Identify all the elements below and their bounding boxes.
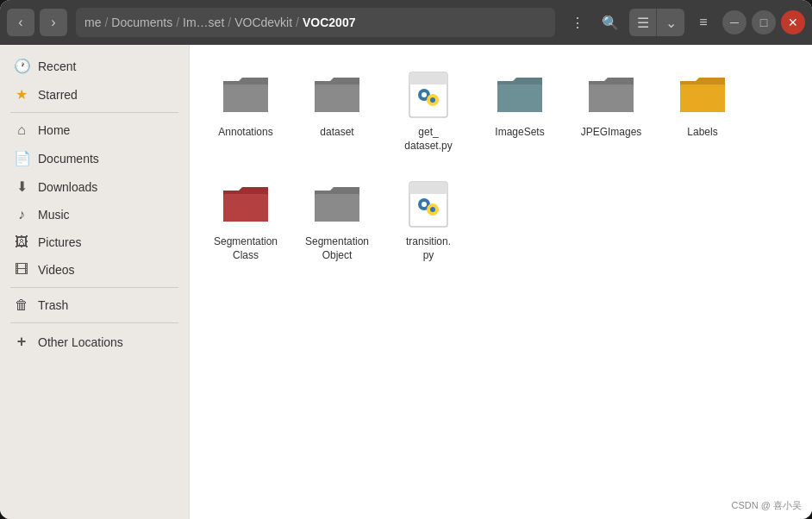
file-area: Annotations dataset (190, 45, 812, 519)
sidebar-item-starred[interactable]: ★ Starred (0, 80, 189, 109)
sidebar-item-videos[interactable]: 🎞 Videos (0, 256, 189, 284)
sidebar-item-downloads[interactable]: ⬇ Downloads (0, 172, 189, 201)
file-name: JPEGImages (581, 126, 642, 140)
file-name: Labels (687, 126, 717, 140)
music-icon: ♪ (14, 207, 29, 222)
grid-view-button[interactable]: ≡ (690, 9, 717, 36)
trash-icon: 🗑 (14, 297, 29, 313)
sidebar-item-music[interactable]: ♪ Music (0, 201, 189, 228)
python-icon (401, 177, 456, 232)
file-name: get_dataset.py (404, 126, 452, 153)
other-icon: + (14, 333, 29, 351)
svg-rect-11 (223, 194, 268, 222)
svg-rect-10 (680, 84, 725, 112)
folder-icon (218, 67, 273, 122)
minimize-button[interactable]: ─ (722, 10, 746, 34)
sidebar-item-other[interactable]: + Other Locations (0, 327, 189, 357)
list-item[interactable]: dataset (298, 62, 376, 145)
folder-icon (492, 67, 547, 122)
close-button[interactable]: ✕ (781, 10, 805, 34)
breadcrumb-vocdevkit[interactable]: VOCdevkit (234, 16, 292, 29)
svg-rect-1 (315, 84, 359, 112)
sidebar: 🕐 Recent ★ Starred ⌂ Home 📄 Documents (0, 45, 190, 519)
sidebar-label-pictures: Pictures (38, 235, 82, 249)
file-name: transition.py (406, 235, 451, 262)
svg-point-17 (422, 202, 427, 207)
file-name: dataset (320, 126, 353, 140)
sidebar-item-recent[interactable]: 🕐 Recent (0, 52, 189, 80)
file-name: SegmentationObject (303, 235, 371, 262)
list-item[interactable]: transition.py (390, 172, 467, 267)
main-area: 🕐 Recent ★ Starred ⌂ Home 📄 Documents (0, 45, 812, 519)
breadcrumb: me / Documents / Im…set / VOCdevkit / VO… (76, 8, 555, 37)
svg-rect-0 (223, 84, 268, 112)
breadcrumb-voc2007[interactable]: VOC2007 (303, 16, 355, 29)
videos-icon: 🎞 (14, 262, 29, 278)
sidebar-label-trash: Trash (38, 298, 68, 312)
list-item[interactable]: Labels (664, 62, 741, 145)
python-icon (401, 67, 456, 122)
recent-icon: 🕐 (14, 58, 29, 74)
view-chevron-button[interactable]: ⌄ (657, 9, 684, 36)
sidebar-item-home[interactable]: ⌂ Home (0, 116, 189, 144)
svg-point-7 (430, 97, 435, 103)
list-view-button[interactable]: ☰ (629, 9, 657, 36)
list-item[interactable]: Annotations (207, 62, 284, 145)
sidebar-label-other: Other Locations (38, 335, 123, 349)
forward-button[interactable]: › (40, 9, 67, 36)
sidebar-item-trash[interactable]: 🗑 Trash (0, 291, 189, 319)
titlebar: ‹ › me / Documents / Im…set / VOCdevkit … (0, 0, 812, 45)
breadcrumb-me[interactable]: me (84, 16, 101, 29)
file-name: Annotations (218, 126, 272, 140)
svg-rect-14 (409, 182, 447, 194)
breadcrumb-documents[interactable]: Documents (111, 16, 172, 29)
downloads-icon: ⬇ (14, 178, 29, 195)
svg-point-6 (422, 92, 427, 97)
pictures-icon: 🖼 (14, 234, 29, 250)
svg-rect-3 (409, 72, 447, 84)
folder-icon (218, 177, 273, 232)
documents-icon: 📄 (14, 150, 29, 166)
view-toggle-group: ☰ ⌄ (629, 9, 684, 36)
list-item[interactable]: JPEGImages (572, 62, 650, 145)
svg-rect-12 (315, 194, 359, 222)
svg-point-18 (430, 207, 435, 212)
svg-rect-8 (497, 84, 542, 112)
sidebar-label-downloads: Downloads (38, 180, 97, 194)
file-name: SegmentationClass (212, 235, 279, 262)
folder-icon (675, 67, 730, 122)
maximize-button[interactable]: □ (752, 10, 776, 34)
sidebar-label-home: Home (38, 123, 70, 137)
sidebar-item-pictures[interactable]: 🖼 Pictures (0, 228, 189, 256)
list-item[interactable]: SegmentationObject (298, 172, 376, 267)
watermark: CSDN @ 喜小吴 (732, 499, 802, 512)
sidebar-label-recent: Recent (38, 59, 76, 73)
list-item[interactable]: ImageSets (481, 62, 559, 145)
folder-icon (309, 177, 365, 232)
svg-rect-9 (589, 84, 634, 112)
sidebar-divider-2 (10, 287, 178, 288)
breadcrumb-imset[interactable]: Im…set (183, 16, 224, 29)
sidebar-label-videos: Videos (38, 263, 75, 277)
sidebar-divider-3 (10, 322, 178, 323)
sidebar-label-music: Music (38, 208, 70, 222)
list-item[interactable]: SegmentationClass (207, 172, 284, 267)
starred-icon: ★ (14, 86, 29, 103)
menu-button[interactable]: ⋮ (564, 9, 591, 36)
home-icon: ⌂ (14, 122, 29, 138)
sidebar-divider-1 (10, 112, 178, 113)
sidebar-item-documents[interactable]: 📄 Documents (0, 144, 189, 172)
list-item[interactable]: get_dataset.py (390, 62, 467, 158)
sidebar-label-documents: Documents (38, 152, 99, 166)
sidebar-label-starred: Starred (38, 88, 78, 102)
folder-icon (309, 67, 365, 122)
search-button[interactable]: 🔍 (597, 9, 624, 36)
file-name: ImageSets (495, 126, 544, 140)
back-button[interactable]: ‹ (7, 9, 34, 36)
folder-icon (584, 67, 639, 122)
